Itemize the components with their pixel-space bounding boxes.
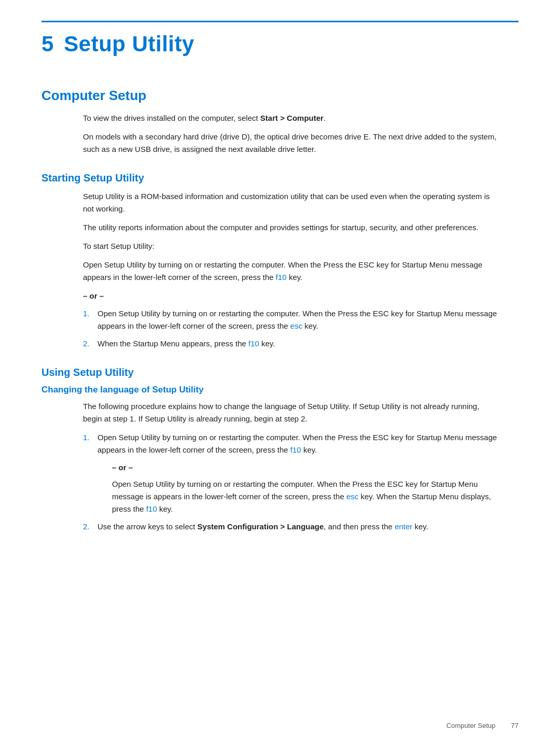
changing-language-heading: Changing the language of Setup Utility bbox=[41, 385, 519, 395]
chapter-header: 5 Setup Utility bbox=[41, 21, 519, 57]
footer-label: Computer Setup bbox=[446, 722, 496, 729]
step-2: 2. When the Startup Menu appears, press … bbox=[83, 338, 498, 350]
or-divider-1: – or – bbox=[83, 290, 498, 302]
ssu-para-1: Setup Utility is a ROM-based information… bbox=[83, 190, 498, 215]
key-f10-3: f10 bbox=[290, 445, 301, 454]
key-enter-1: enter bbox=[395, 522, 412, 531]
cl-step-2-content: Use the arrow keys to select System Conf… bbox=[97, 521, 498, 533]
key-f10-4: f10 bbox=[146, 504, 157, 513]
or-divider-2: – or – bbox=[112, 461, 498, 474]
step-num-2: 2. bbox=[83, 338, 97, 350]
subsection-changing-language: Changing the language of Setup Utility T… bbox=[41, 385, 519, 533]
step-1: 1. Open Setup Utility by turning on or r… bbox=[83, 307, 498, 332]
ssu-para-2: The utility reports information about th… bbox=[83, 221, 498, 234]
cl-step-1-alt: Open Setup Utility by turning on or rest… bbox=[112, 478, 498, 515]
page-footer: Computer Setup 77 bbox=[446, 722, 519, 729]
chapter-number: 5 bbox=[41, 32, 53, 57]
section-using-setup-utility: Using Setup Utility Changing the languag… bbox=[41, 367, 519, 533]
cl-step-num-2: 2. bbox=[83, 521, 97, 533]
chapter-title: Setup Utility bbox=[64, 32, 194, 57]
cs-para-1: To view the drives installed on the comp… bbox=[83, 112, 498, 124]
cs-bold-1: Start > Computer bbox=[260, 114, 324, 122]
ssu-para-4: Open Setup Utility by turning on or rest… bbox=[83, 259, 498, 284]
computer-setup-content: To view the drives installed on the comp… bbox=[83, 112, 498, 156]
step-2-content: When the Startup Menu appears, press the… bbox=[97, 338, 498, 350]
key-esc-1: esc bbox=[290, 321, 302, 330]
cl-step-1-content: Open Setup Utility by turning on or rest… bbox=[97, 431, 498, 515]
footer-page: 77 bbox=[511, 722, 519, 729]
cl-bold-2: System Configuration > Language bbox=[198, 522, 324, 531]
key-f10-2: f10 bbox=[248, 339, 259, 348]
section-starting-setup-utility: Starting Setup Utility Setup Utility is … bbox=[41, 172, 519, 350]
cs-para-2: On models with a secondary hard drive (d… bbox=[83, 131, 498, 156]
cl-step-1: 1. Open Setup Utility by turning on or r… bbox=[83, 431, 498, 515]
step-1-content: Open Setup Utility by turning on or rest… bbox=[97, 307, 498, 332]
computer-setup-heading: Computer Setup bbox=[41, 88, 519, 104]
step-num-1: 1. bbox=[83, 307, 97, 320]
section-computer-setup: Computer Setup To view the drives instal… bbox=[41, 88, 519, 156]
changing-language-content: The following procedure explains how to … bbox=[83, 400, 498, 533]
key-f10-1: f10 bbox=[276, 273, 287, 282]
cl-step-2: 2. Use the arrow keys to select System C… bbox=[83, 521, 498, 533]
starting-steps-list: 1. Open Setup Utility by turning on or r… bbox=[83, 307, 498, 350]
using-setup-utility-heading: Using Setup Utility bbox=[41, 367, 519, 378]
changing-language-steps: 1. Open Setup Utility by turning on or r… bbox=[83, 431, 498, 533]
cl-step-1-main: Open Setup Utility by turning on or rest… bbox=[97, 431, 498, 456]
ssu-para-3: To start Setup Utility: bbox=[83, 240, 498, 252]
key-esc-2: esc bbox=[346, 492, 358, 501]
page-container: 5 Setup Utility Computer Setup To view t… bbox=[0, 0, 560, 591]
cl-para-1: The following procedure explains how to … bbox=[83, 400, 498, 425]
starting-setup-utility-heading: Starting Setup Utility bbox=[41, 172, 519, 184]
starting-setup-utility-content: Setup Utility is a ROM-based information… bbox=[83, 190, 498, 350]
cl-step-num-1: 1. bbox=[83, 431, 97, 444]
